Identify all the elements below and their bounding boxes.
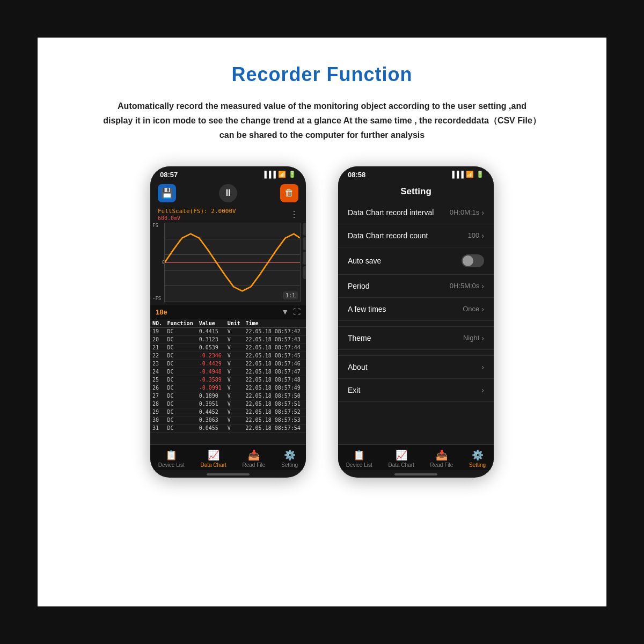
- table-cell: 22: [150, 352, 165, 360]
- table-cell: DC: [165, 424, 196, 432]
- setting-row-1[interactable]: Data Chart record count100 ›: [338, 224, 494, 247]
- zoom-down-btn[interactable]: ↕: [303, 237, 306, 250]
- table-row: 21DC0.0539V22.05.18 08:57:44: [150, 343, 306, 352]
- setting-row-5[interactable]: ThemeNight ›: [338, 326, 494, 350]
- table-row: 22DC-0.2346V22.05.18 08:57:45: [150, 352, 306, 360]
- setting-value: ›: [481, 363, 484, 371]
- setting-row-2[interactable]: Auto save: [338, 247, 494, 275]
- home-indicator-2: [394, 473, 437, 475]
- nav-icon-2: 📥: [436, 449, 448, 461]
- table-cell: V: [225, 416, 244, 424]
- setting-row-0[interactable]: Data Chart record interval0H:0M:1s ›: [338, 201, 494, 224]
- nav-icon: ⚙️: [284, 449, 296, 461]
- setting-label: Exit: [348, 386, 360, 394]
- wifi-icon: 📶: [278, 171, 286, 178]
- nav-item-read-file[interactable]: 📥 Read File: [242, 449, 265, 468]
- table-cell: 22.05.18 08:57:43: [244, 335, 306, 343]
- pause-button[interactable]: ⏸: [219, 184, 237, 202]
- ratio-button[interactable]: 1:1: [283, 291, 298, 299]
- bottom-nav-1: 📋 Device List📈 Data Chart📥 Read File⚙️ S…: [150, 444, 306, 470]
- table-cell: DC: [165, 384, 196, 392]
- table-cell: 22.05.18 08:57:52: [244, 408, 306, 416]
- setting-value: Night ›: [463, 334, 484, 342]
- table-cell: DC: [165, 368, 196, 376]
- save-button[interactable]: 💾: [158, 184, 176, 202]
- nav-item-device-list[interactable]: 📋 Device List: [158, 449, 185, 468]
- table-cell: V: [225, 360, 244, 368]
- table-cell: V: [225, 408, 244, 416]
- setting-row-4[interactable]: A few timesOnce ›: [338, 298, 494, 321]
- channel-name: 18e: [156, 308, 167, 316]
- table-cell: 28: [150, 400, 165, 408]
- table-cell: 0.4415: [197, 327, 225, 335]
- zoom-up-btn[interactable]: ↕: [303, 223, 306, 236]
- table-cell: DC: [165, 392, 196, 400]
- page-card: Recorder Function Automatically record t…: [38, 38, 606, 606]
- table-cell: 22.05.18 08:57:53: [244, 416, 306, 424]
- expand-icon[interactable]: ⛶: [293, 308, 301, 317]
- table-row: 25DC-0.3589V22.05.18 08:57:48: [150, 376, 306, 384]
- table-row: 23DC-0.4429V22.05.18 08:57:46: [150, 360, 306, 368]
- nav-item-2-read-file[interactable]: 📥 Read File: [430, 449, 453, 468]
- setting-value: 100 ›: [468, 231, 484, 240]
- table-cell: V: [225, 352, 244, 360]
- table-cell: DC: [165, 416, 196, 424]
- table-cell: DC: [165, 327, 196, 335]
- status-bar-1: 08:57 ▐▐▐ 📶 🔋: [150, 166, 306, 181]
- table-cell: 22.05.18 08:57:50: [244, 392, 306, 400]
- table-cell: 0.4452: [197, 408, 225, 416]
- table-cell: -0.4948: [197, 368, 225, 376]
- nav-item-2-setting[interactable]: ⚙️ Setting: [469, 449, 486, 468]
- table-header: Time: [244, 319, 306, 328]
- table-cell: 22.05.18 08:57:46: [244, 360, 306, 368]
- fs-label: FS: [152, 223, 158, 228]
- table-row: 29DC0.4452V22.05.18 08:57:52: [150, 408, 306, 416]
- nav-item-data-chart[interactable]: 📈 Data Chart: [200, 449, 226, 468]
- table-row: 27DC0.1890V22.05.18 08:57:50: [150, 392, 306, 400]
- table-cell: 22.05.18 08:57:48: [244, 376, 306, 384]
- setting-row-7[interactable]: Exit›: [338, 379, 494, 402]
- fullscale-label: FullScale(FS): 2.0000V: [158, 208, 236, 215]
- table-cell: 0.0539: [197, 343, 225, 352]
- table-cell: V: [225, 335, 244, 343]
- setting-label: Data Chart record count: [348, 231, 428, 240]
- table-cell: 24: [150, 368, 165, 376]
- table-cell: 30: [150, 416, 165, 424]
- more-icon[interactable]: ⋮: [290, 209, 298, 219]
- nav-icon-2: 📋: [353, 449, 365, 461]
- table-cell: DC: [165, 352, 196, 360]
- table-cell: -0.3589: [197, 376, 225, 384]
- setting-label: Auto save: [348, 257, 381, 265]
- setting-row-3[interactable]: Period0H:5M:0s ›: [338, 275, 494, 298]
- table-cell: DC: [165, 400, 196, 408]
- zoom-fit-btn[interactable]: ↔: [303, 266, 306, 279]
- table-cell: V: [225, 343, 244, 352]
- nav-label: Data Chart: [200, 462, 226, 468]
- delete-button[interactable]: 🗑: [280, 184, 298, 202]
- table-cell: 22.05.18 08:57:42: [244, 327, 306, 335]
- table-cell: V: [225, 376, 244, 384]
- signal-icon-2: ▐▐▐: [450, 171, 464, 178]
- table-cell: 22.05.18 08:57:45: [244, 352, 306, 360]
- nav-item-setting[interactable]: ⚙️ Setting: [281, 449, 298, 468]
- zoom-h-btn[interactable]: ↔: [303, 252, 306, 265]
- setting-row-6[interactable]: About›: [338, 355, 494, 379]
- data-table-container: NO.FunctionValueUnitTime 19DC0.4415V22.0…: [150, 319, 306, 444]
- table-cell: 22.05.18 08:57:44: [244, 343, 306, 352]
- nav-item-2-device-list[interactable]: 📋 Device List: [346, 449, 372, 468]
- toggle-switch[interactable]: [462, 254, 484, 267]
- table-cell: DC: [165, 335, 196, 343]
- phones-row: 08:57 ▐▐▐ 📶 🔋 💾 ⏸ 🗑 FullScale(FS): 2.000…: [70, 166, 574, 478]
- table-row: 24DC-0.4948V22.05.18 08:57:47: [150, 368, 306, 376]
- setting-label: Theme: [348, 334, 371, 342]
- chart-area: 1:1: [164, 223, 301, 302]
- table-header: Function: [165, 319, 196, 328]
- time-2: 08:58: [348, 171, 365, 179]
- dropdown-icon[interactable]: ▼: [281, 308, 289, 317]
- setting-label: Period: [348, 282, 369, 290]
- settings-screen-title: Setting: [338, 181, 494, 201]
- table-header: Value: [197, 319, 225, 328]
- nav-item-2-data-chart[interactable]: 📈 Data Chart: [388, 449, 414, 468]
- battery-icon-2: 🔋: [476, 171, 484, 178]
- nav-icon: 📋: [165, 449, 177, 461]
